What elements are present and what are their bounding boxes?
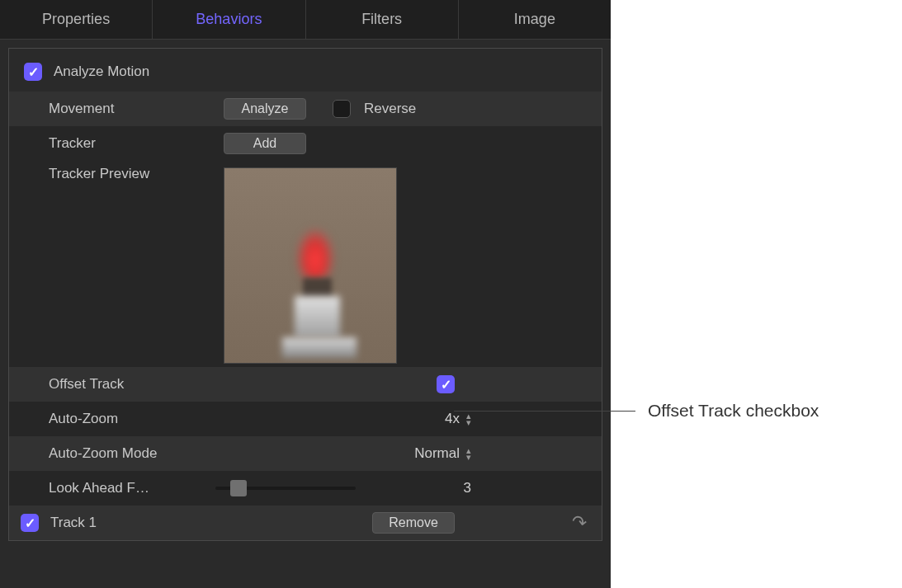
- reset-icon[interactable]: ↶: [570, 511, 588, 534]
- auto-zoom-mode-label: Auto-Zoom Mode: [24, 445, 172, 462]
- row-look-ahead: Look Ahead Fra… 3: [9, 471, 602, 506]
- row-tracker: Tracker Add: [9, 126, 602, 161]
- row-offset-track: Offset Track: [9, 367, 602, 402]
- remove-track-button[interactable]: Remove: [372, 512, 455, 534]
- movement-label: Movement: [24, 101, 172, 117]
- tracker-preview-image: [224, 167, 397, 364]
- auto-zoom-stepper-icon[interactable]: ▴▾: [466, 412, 471, 426]
- analyze-button[interactable]: Analyze: [224, 98, 306, 120]
- row-track1: Track 1 Remove ↶: [9, 506, 602, 540]
- inspector-tabs: Properties Behaviors Filters Image: [0, 0, 611, 40]
- auto-zoom-mode-stepper-icon[interactable]: ▴▾: [466, 447, 471, 460]
- row-auto-zoom-mode: Auto-Zoom Mode Normal ▴▾: [9, 436, 602, 471]
- tracker-preview-label: Tracker Preview: [24, 166, 172, 182]
- row-tracker-preview: Tracker Preview: [9, 161, 602, 367]
- add-tracker-button[interactable]: Add: [224, 133, 306, 154]
- tracker-label: Tracker: [24, 135, 172, 152]
- tab-image[interactable]: Image: [459, 0, 611, 39]
- look-ahead-slider-thumb[interactable]: [230, 480, 247, 496]
- callout-label: Offset Track checkbox: [648, 401, 819, 421]
- auto-zoom-mode-value-group[interactable]: Normal ▴▾: [372, 445, 471, 462]
- section-title: Analyze Motion: [54, 64, 149, 80]
- inspector-panel: Properties Behaviors Filters Image Analy…: [0, 0, 611, 541]
- track1-checkbox[interactable]: [21, 514, 39, 532]
- look-ahead-label: Look Ahead Fra…: [24, 480, 152, 496]
- section-header-analyze-motion: Analyze Motion: [9, 57, 602, 92]
- row-auto-zoom: Auto-Zoom 4x ▴▾: [9, 402, 602, 436]
- track1-label: Track 1: [50, 515, 97, 531]
- tab-behaviors[interactable]: Behaviors: [153, 0, 305, 39]
- tab-filters[interactable]: Filters: [306, 0, 459, 39]
- auto-zoom-mode-value: Normal: [414, 445, 460, 462]
- analyze-motion-checkbox[interactable]: [24, 63, 42, 81]
- callout-line: [454, 411, 635, 412]
- reverse-checkbox[interactable]: [333, 100, 351, 118]
- row-movement: Movement Analyze Reverse: [9, 92, 602, 126]
- offset-track-label: Offset Track: [24, 376, 172, 393]
- look-ahead-value-group[interactable]: 3: [372, 480, 471, 496]
- inspector-body: Analyze Motion Movement Analyze Reverse …: [8, 48, 602, 541]
- auto-zoom-value-group[interactable]: 4x ▴▾: [372, 411, 471, 427]
- tab-properties[interactable]: Properties: [0, 0, 153, 39]
- auto-zoom-label: Auto-Zoom: [24, 411, 172, 427]
- auto-zoom-value: 4x: [445, 411, 460, 427]
- look-ahead-value: 3: [464, 480, 471, 496]
- offset-track-checkbox[interactable]: [437, 375, 455, 393]
- reverse-label: Reverse: [364, 101, 416, 117]
